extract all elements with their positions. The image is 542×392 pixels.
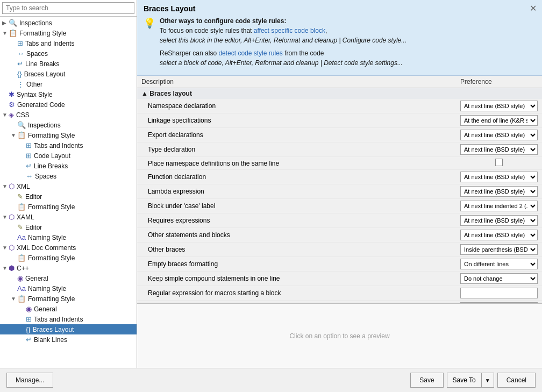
tree-item-xaml-naming[interactable]: AaNaming Style bbox=[0, 232, 137, 243]
tree-item-css-fmt[interactable]: ▼📋Formatting Style bbox=[0, 130, 137, 140]
row-preference[interactable]: At next line indented 2 (... bbox=[456, 199, 542, 213]
row-preference[interactable]: On different lines bbox=[456, 257, 542, 272]
css-icon: ◈ bbox=[9, 111, 14, 119]
preference-select[interactable]: At the end of line (K&R s... bbox=[460, 115, 538, 126]
tree-item-breaks-top[interactable]: ↵Line Breaks bbox=[0, 59, 137, 69]
fmt-icon: 📋 bbox=[17, 203, 26, 211]
preference-select[interactable]: Inside parenthesis (BSD/... bbox=[460, 244, 538, 255]
tree-item-label: Braces Layout bbox=[24, 70, 134, 78]
preference-select[interactable]: At next line (BSD style) bbox=[460, 130, 538, 140]
xml-icon: ⬡ bbox=[9, 213, 15, 221]
row-label: Keep simple compound statements in one l… bbox=[137, 272, 456, 286]
tree-item-label: Code Layout bbox=[34, 152, 134, 160]
row-preference[interactable]: At the end of line (K&R s... bbox=[456, 113, 542, 128]
tree-item-xmldoc-fmt[interactable]: 📋Formatting Style bbox=[0, 253, 137, 263]
table-row: Requires expressionsAt next line (BSD st… bbox=[137, 213, 542, 228]
tree-item-cpp-fmt[interactable]: ▼📋Formatting Style bbox=[0, 294, 137, 304]
tree-item-css-spaces[interactable]: ↔Spaces bbox=[0, 171, 137, 181]
cancel-button[interactable]: Cancel bbox=[497, 373, 536, 388]
breaks-icon: ↵ bbox=[26, 162, 32, 170]
preference-select[interactable]: Do not change bbox=[460, 273, 538, 284]
row-label: Other braces bbox=[137, 243, 456, 257]
save-button[interactable]: Save bbox=[410, 373, 443, 388]
tree-item-xml[interactable]: ▼⬡XML bbox=[0, 181, 137, 191]
tree-item-cpp[interactable]: ▼⬢C++ bbox=[0, 263, 137, 273]
tree: ▶🔍Inspections▼📋Formatting Style ⊞Tabs an… bbox=[0, 17, 137, 368]
row-preference[interactable]: At next line (BSD style) bbox=[456, 128, 542, 142]
table-row: Export declarationsAt next line (BSD sty… bbox=[137, 128, 542, 142]
tree-item-gencode-top[interactable]: ⚙Generated Code bbox=[0, 99, 137, 110]
tree-item-css-code[interactable]: ⊞Code Layout bbox=[0, 151, 137, 161]
preference-select[interactable]: At next line (BSD style) bbox=[460, 144, 538, 155]
row-preference[interactable]: At next line (BSD style) bbox=[456, 213, 542, 228]
search-input[interactable] bbox=[2, 2, 134, 14]
tree-item-cpp-fmt-blank[interactable]: ↵Blank Lines bbox=[0, 334, 137, 345]
naming-icon: Aa bbox=[17, 284, 26, 293]
save-to-dropdown-button[interactable]: ▼ bbox=[481, 373, 494, 388]
tree-item-label: Editor bbox=[25, 224, 134, 231]
manage-button[interactable]: Manage... bbox=[6, 373, 53, 388]
preference-select[interactable]: At next line (BSD style) bbox=[460, 230, 538, 240]
tree-item-xml-editor[interactable]: ✎Editor bbox=[0, 191, 137, 202]
tree-item-spaces-top[interactable]: ↔Spaces bbox=[0, 48, 137, 59]
tree-item-cpp-naming[interactable]: AaNaming Style bbox=[0, 283, 137, 294]
tree-item-css-insp[interactable]: 🔍Inspections bbox=[0, 120, 137, 130]
tree-item-inspections-top[interactable]: ▶🔍Inspections bbox=[0, 18, 137, 28]
table-row: Place namespace definitions on the same … bbox=[137, 157, 542, 170]
tree-item-xml-fmt[interactable]: 📋Formatting Style bbox=[0, 202, 137, 212]
fmt-icon: 📋 bbox=[17, 254, 26, 262]
tree-item-formatting-top[interactable]: ▼📋Formatting Style bbox=[0, 28, 137, 38]
tree-item-label: Naming Style bbox=[28, 234, 134, 241]
naming-icon: Aa bbox=[17, 233, 26, 241]
preference-select[interactable]: At next line (BSD style) bbox=[460, 101, 538, 111]
header-line2: select this block in the editor, Alt+Ent… bbox=[160, 37, 406, 44]
save-to-button[interactable]: Save To bbox=[447, 373, 481, 388]
close-icon[interactable]: ✕ bbox=[530, 4, 537, 13]
tabs-icon: ⊞ bbox=[26, 152, 32, 160]
tree-item-css[interactable]: ▼◈CSS bbox=[0, 110, 137, 120]
header-link2[interactable]: detect code style rules bbox=[218, 49, 282, 57]
expand-icon: ▼ bbox=[2, 183, 9, 189]
header-link1[interactable]: affect specific code block bbox=[254, 27, 325, 34]
braces-icon: {} bbox=[26, 325, 31, 333]
tree-item-braces-top[interactable]: {}Braces Layout bbox=[0, 69, 137, 79]
row-preference[interactable]: At next line (BSD style) bbox=[456, 142, 542, 157]
tree-item-tabs-top[interactable]: ⊞Tabs and Indents bbox=[0, 38, 137, 48]
row-preference[interactable]: At next line (BSD style) bbox=[456, 170, 542, 184]
tree-item-other-top[interactable]: ⋮Other bbox=[0, 79, 137, 89]
expand-icon: ▶ bbox=[2, 20, 9, 26]
row-preference[interactable] bbox=[456, 286, 542, 301]
preference-checkbox[interactable] bbox=[495, 159, 503, 166]
row-preference[interactable]: Do not change bbox=[456, 272, 542, 286]
preference-select[interactable]: At next line indented 2 (... bbox=[460, 201, 538, 211]
table-row: Namespace declarationAt next line (BSD s… bbox=[137, 99, 542, 113]
table-row: Other bracesInside parenthesis (BSD/... bbox=[137, 243, 542, 257]
preference-select[interactable]: At next line (BSD style) bbox=[460, 172, 538, 182]
tree-item-label: Inspections bbox=[28, 122, 134, 129]
tree-item-label: Braces Layout bbox=[33, 326, 134, 333]
preference-select[interactable]: At next line (BSD style) bbox=[460, 186, 538, 197]
row-preference[interactable]: Inside parenthesis (BSD/... bbox=[456, 243, 542, 257]
tree-item-syntax-top[interactable]: ✱Syntax Style bbox=[0, 89, 137, 99]
preference-select[interactable]: At next line (BSD style) bbox=[460, 215, 538, 226]
row-preference[interactable]: At next line (BSD style) bbox=[456, 228, 542, 243]
editor-icon: ✎ bbox=[17, 223, 23, 231]
row-preference[interactable]: At next line (BSD style) bbox=[456, 184, 542, 199]
row-label: Other statements and blocks bbox=[137, 228, 456, 243]
tree-item-cpp-general[interactable]: ◉General bbox=[0, 273, 137, 283]
tree-item-cpp-fmt-tabs[interactable]: ⊞Tabs and Indents bbox=[0, 314, 137, 324]
preview-text: Click on an option to see a preview bbox=[289, 332, 389, 340]
save-to-group: Save To ▼ bbox=[447, 373, 494, 388]
other-icon: ⋮ bbox=[17, 80, 24, 88]
tree-item-cpp-fmt-braces[interactable]: {}Braces Layout bbox=[0, 324, 137, 334]
tree-item-xaml[interactable]: ▼⬡XAML bbox=[0, 212, 137, 222]
tree-item-xmldoc[interactable]: ▼⬡XML Doc Comments bbox=[0, 243, 137, 253]
preference-select[interactable]: On different lines bbox=[460, 259, 538, 269]
tree-item-label: Naming Style bbox=[28, 285, 134, 293]
tree-item-css-breaks[interactable]: ↵Line Breaks bbox=[0, 161, 137, 171]
tree-item-cpp-fmt-general[interactable]: ◉General bbox=[0, 304, 137, 314]
row-preference[interactable]: At next line (BSD style) bbox=[456, 99, 542, 113]
tree-item-xaml-editor[interactable]: ✎Editor bbox=[0, 222, 137, 232]
preference-input[interactable] bbox=[460, 288, 538, 298]
tree-item-css-tabs[interactable]: ⊞Tabs and Indents bbox=[0, 140, 137, 151]
